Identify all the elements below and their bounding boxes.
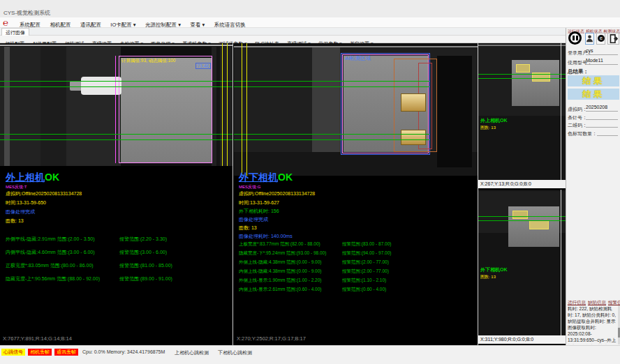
status-bar: 心跳信号 相机丢帧 通讯丢帧 Cpu: 0.0% Memory: 3424.41… <box>0 345 620 364</box>
ai-region-label: AI检测区域 <box>345 55 371 62</box>
dark-slot <box>437 56 472 167</box>
green-baseline <box>478 220 566 221</box>
needle-no-field[interactable] <box>586 113 618 120</box>
mini-frame-count: 图数: 13 <box>480 274 496 280</box>
measurement-row: 正极宽度*:83.05mm 范围:(80.00 - 86.00) 报警范围:(8… <box>6 262 232 269</box>
blue-measure-tag: 73.46 <box>195 63 211 69</box>
comm-drop-badge: 通讯丢帧 <box>54 349 78 356</box>
model-value-field[interactable]: Mode11 <box>586 58 618 65</box>
qr-code-field[interactable] <box>586 121 618 128</box>
measurement-row: 外侧上线-隐藏:4.38mm 范围:(0.00 - 9.00) 报警范围:(2.… <box>239 259 478 266</box>
measurement-row: 内侧上线-隐藏:4.38mm 范围:(0.00 - 9.00) 报警范围:(2.… <box>239 268 478 275</box>
thumb-upper-image[interactable]: 外上相机OK 图数: 13 <box>478 43 566 180</box>
tab-run-info[interactable]: 运行信息 <box>568 300 586 305</box>
green-baseline <box>0 134 232 135</box>
machine-edge <box>0 45 232 46</box>
green-baseline <box>0 86 232 87</box>
user-icon <box>586 34 593 43</box>
mes-status: MES反馈:T <box>6 184 27 190</box>
camera-drop-badge: 相机丢帧 <box>28 349 52 356</box>
tab-strip: 运行图像 <box>0 28 566 36</box>
pixel-coords-readout: X:270;Y:2502;R:17;G:17;B:17 <box>237 335 306 342</box>
camera-result-title: 外下相机OK <box>239 172 293 184</box>
logout-button[interactable] <box>607 33 619 45</box>
green-baseline <box>478 216 566 217</box>
camera-result-title: 外上相机OK <box>6 172 59 184</box>
mini-result-title: 外下相机OK <box>480 266 508 273</box>
measurement-row: 隐藏宽度-上*:90.56mm 范围:(88.00 - 92.00) 报警范围:… <box>6 275 232 282</box>
threshold-annotation: 计算阈值:93, 动态阈值:100 <box>121 58 175 64</box>
camera-thumb-lower[interactable]: 外下相机OK 图数: 13 X:311;Y:980;R:0;G:0;B:0 <box>478 190 566 345</box>
upper-cam-heartbeat: 上相机心跳检测 <box>175 349 209 356</box>
machine-block <box>66 47 121 166</box>
process-time-line: 图像处理耗时: 140.00ms <box>239 233 293 240</box>
yellow-guide-line <box>242 43 242 176</box>
mark-write-count-field[interactable] <box>597 129 618 136</box>
frame-count-line: 图数: 13 <box>239 225 257 232</box>
defect-marker-box <box>512 211 528 219</box>
user-login-button[interactable] <box>585 33 594 45</box>
run-log-text: 耗时: 222, 缺陷检测耗时: 17, 缺陷分类耗时: 0, 缺陷提取合并耗时… <box>568 305 617 344</box>
camera-elapsed-line: 外下相机耗时: 156 <box>239 208 279 215</box>
pause-icon <box>573 36 575 40</box>
measurement-row: 内侧平线-隐藏:4.60mm 范围:(3.00 - 6.00) 报警范围:(3.… <box>6 249 232 256</box>
process-done-line: 图像处理完成 <box>239 216 268 223</box>
exit-door-icon <box>609 34 618 43</box>
lower-camera-image[interactable]: AI检测区域 <box>234 43 478 176</box>
cpu-memory-readout: Cpu: 0.0% Memory: 3424.41796875M <box>82 349 165 354</box>
gold-contact <box>401 130 426 145</box>
mini-result-title: 外上相机OK <box>480 117 508 124</box>
measurement-row: 外侧平线-隐藏:2.91mm 范围:(2.00 - 3.50) 报警范围:(2.… <box>6 236 232 243</box>
main-view-area: 计算阈值:93, 动态阈值:100 73.46 外上相机OK MES反馈:T 虚… <box>0 43 566 345</box>
yellow-guide-line <box>222 43 223 166</box>
camera-view-lower[interactable]: AI检测区域 外下相机OK MES反馈:G 虚拟码:Offline2025020… <box>234 43 478 345</box>
green-baseline <box>234 86 429 87</box>
info-icon: e <box>598 35 605 42</box>
barcode-line: 虚拟码:Offline20250208133134728 <box>239 190 315 197</box>
white-guide-line <box>561 190 561 335</box>
tab-run-image[interactable]: 运行图像 <box>1 28 29 36</box>
pixel-coords-readout: X:311;Y:980;R:0;G:0;B:0 <box>478 335 566 344</box>
thumb-lower-image[interactable]: 外下相机OK 图数: 13 <box>478 190 566 335</box>
green-baseline <box>234 134 429 135</box>
tab-defect-info[interactable]: 缺陷信息 <box>588 300 606 305</box>
toolbar: 相机配置 AI使用配置 相机调试 高级设置 点检设置 ▾ 图像处理 ▾ 基准线参… <box>0 36 620 43</box>
camera-view-upper[interactable]: 计算阈值:93, 动态阈值:100 73.46 外上相机OK MES反馈:T 虚… <box>0 43 232 345</box>
green-baseline <box>478 78 566 79</box>
defect-marker-box <box>529 220 549 229</box>
app-window: CYS-视觉检测系统 ℮ 系统配置 相机配置 通讯配置 IO卡配置 ▾ 光源控制… <box>0 0 620 364</box>
virtual-code-field[interactable]: 20250208 <box>586 105 618 112</box>
green-baseline <box>0 139 232 140</box>
barcode-line: 虚拟码:Offline20250208133134728 <box>6 190 82 197</box>
machine-stripe <box>4 47 10 166</box>
user-value-field[interactable]: cys <box>586 48 618 55</box>
measurement-row: 上极宽度*:83.77mm 范围:(82.00 - 88.00) 报警范围:(8… <box>239 241 478 248</box>
upper-camera-image[interactable]: 计算阈值:93, 动态阈值:100 73.46 <box>0 43 232 166</box>
pause-button[interactable] <box>568 31 582 45</box>
qr-code-label: 二维码： <box>568 122 587 129</box>
needle-no-label: 条针号： <box>568 114 587 121</box>
mini-frame-count: 图数: 13 <box>480 125 496 131</box>
green-baseline <box>478 74 566 75</box>
measurement-row: 隐藏宽度-下*:95.24mm 范围:(93.00 - 98.00) 报警范围:… <box>239 250 478 257</box>
window-title: CYS-视觉检测系统 <box>3 9 50 17</box>
tab-alarm-info[interactable]: 报警信息 <box>608 300 620 305</box>
time-line: 时间:13-31-59-650 <box>6 199 46 206</box>
pixel-coords-readout: X:267;Y:13;R:0;G:0;B:0 <box>478 180 566 188</box>
green-baseline <box>234 139 429 140</box>
process-done-line: 图像处理完成 <box>6 208 35 215</box>
app-logo-icon: ℮ <box>3 17 8 28</box>
measurement-row: 内侧上线-显示:2.61mm 范围:(0.60 - 4.00) 报警范围:(0.… <box>239 287 478 293</box>
heartbeat-badge: 心跳信号 <box>1 349 25 356</box>
lower-cam-heartbeat: 下相机心跳检测 <box>218 349 252 356</box>
result-indicator-2: 结果 <box>568 89 619 100</box>
yellow-guide-line <box>246 43 247 176</box>
time-line: 时间:13-31-59-627 <box>239 199 279 206</box>
green-baseline <box>234 81 429 82</box>
magenta-guide-line <box>115 56 116 163</box>
panel-divider <box>232 43 233 345</box>
title-bar: CYS-视觉检测系统 <box>0 0 620 17</box>
camera-thumb-upper[interactable]: 外上相机OK 图数: 13 X:267;Y:13;R:0;G:0;B:0 <box>478 43 566 188</box>
info-button[interactable]: e <box>596 33 605 45</box>
frame-count-line: 图数: 13 <box>6 218 24 225</box>
